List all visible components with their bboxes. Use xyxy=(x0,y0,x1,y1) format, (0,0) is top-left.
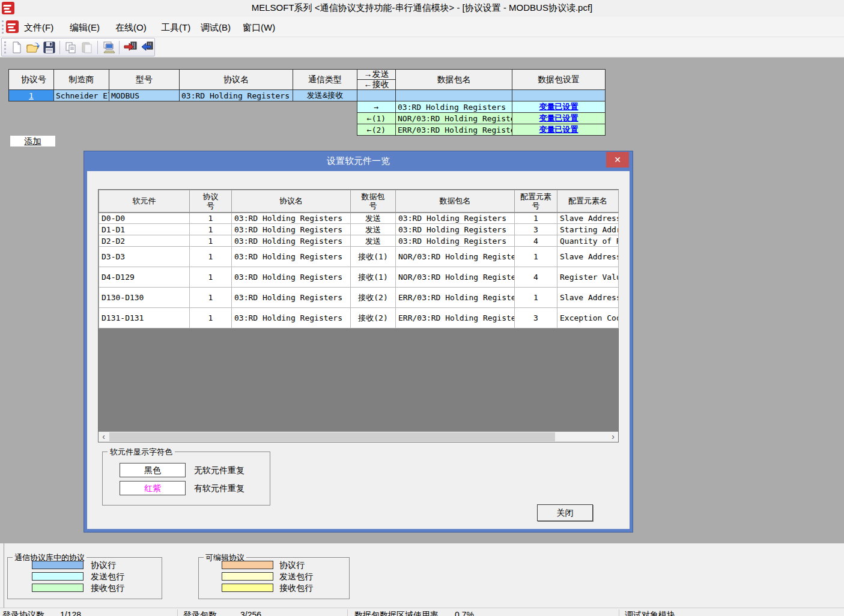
status-protocol-count-value: 1/128 xyxy=(60,610,81,616)
window-titlebar: MELSOFT系列 <通信协议支持功能-串行通信模块> - [协议设置 - MO… xyxy=(0,0,844,17)
toolbar-separator xyxy=(59,41,60,54)
col-packet-name: 数据包名 xyxy=(396,190,515,213)
black-color-button[interactable]: 黑色 xyxy=(120,463,186,477)
legend-label: 协议行 xyxy=(91,560,116,570)
protocol-row-protocol-name: 03:RD Holding Registers xyxy=(179,89,293,101)
paste-icon[interactable] xyxy=(79,40,94,55)
device-table: 软元件 协议号 协议名 数据包号 数据包名 配置元素号 配置元素名 D0-D0 … xyxy=(98,189,619,442)
window-title: MELSOFT系列 <通信协议支持功能-串行通信模块> - [协议设置 - MO… xyxy=(0,2,844,14)
status-usage-label: 数据包数据区域使用率 xyxy=(354,610,439,616)
element-name-cell: Slave Address xyxy=(557,288,619,308)
element-no-cell: 3 xyxy=(515,308,557,328)
col-protocol-name: 协议名 xyxy=(232,190,351,213)
device-cell: D1-D1 xyxy=(99,224,190,235)
add-protocol-button[interactable]: 添加 xyxy=(10,136,55,146)
scroll-left-icon[interactable]: ‹ xyxy=(99,432,109,442)
status-protocol-count-label: 登录协议数 xyxy=(2,610,44,616)
protocol-no-cell: 1 xyxy=(190,288,232,308)
element-name-cell: Exception Cod xyxy=(557,308,619,328)
element-name-cell: Starting Addr xyxy=(557,224,619,235)
status-separator xyxy=(177,609,178,616)
table-row: D130-D130 1 03:RD Holding Registers 接收(2… xyxy=(99,288,619,308)
toolbar-grip[interactable] xyxy=(4,41,6,53)
horizontal-scrollbar[interactable]: ‹ › xyxy=(99,432,618,442)
new-file-icon[interactable] xyxy=(9,40,24,55)
packet-row-direction: ←(2) xyxy=(357,124,396,136)
table-row: D131-D131 1 03:RD Holding Registers 接收(2… xyxy=(99,308,619,328)
dialog-titlebar[interactable]: 设置软元件一览 ✕ xyxy=(84,151,633,171)
packet-name-cell: NOR/03:RD Holding Registers xyxy=(396,247,515,267)
protocol-row-number-link[interactable]: 1 xyxy=(8,89,54,101)
close-icon[interactable]: ✕ xyxy=(606,152,629,168)
menu-edit[interactable]: 编辑(E) xyxy=(67,21,102,35)
menu-window[interactable]: 窗口(W) xyxy=(240,21,278,35)
magenta-color-button[interactable]: 红紫 xyxy=(120,481,186,495)
col-protocol-no: 协议号 xyxy=(190,190,232,213)
element-no-cell: 4 xyxy=(515,267,557,288)
scroll-right-icon[interactable]: › xyxy=(608,432,618,442)
status-separator xyxy=(347,609,348,616)
editable-send-row-swatch xyxy=(222,572,273,581)
col-header-packet-name: 数据包名 xyxy=(395,69,512,90)
packet-row-direction: ←(1) xyxy=(357,112,396,124)
save-icon[interactable] xyxy=(41,40,56,55)
packet-name-cell: 03:RD Holding Registers xyxy=(396,224,515,235)
status-bar: 登录协议数 1/128 登录包数 3/256 数据包数据区域使用率 0.7% 调… xyxy=(0,608,844,616)
application-window: MELSOFT系列 <通信协议支持功能-串行通信模块> - [协议设置 - MO… xyxy=(0,0,844,616)
device-cell: D131-D131 xyxy=(99,308,190,328)
status-separator xyxy=(619,609,619,616)
close-dialog-button[interactable]: 关闭 xyxy=(537,504,593,521)
write-to-module-icon[interactable] xyxy=(123,40,138,55)
packet-setting-link[interactable]: 变量已设置 xyxy=(512,112,606,124)
device-cell: D3-D3 xyxy=(99,247,190,267)
packet-setting-link[interactable]: 变量已设置 xyxy=(512,124,606,136)
status-packet-count-label: 登录包数 xyxy=(183,610,217,616)
status-packet-count-value: 3/256 xyxy=(240,610,261,616)
protocol-no-cell: 1 xyxy=(190,235,232,247)
col-header-comm-type: 通信类型 xyxy=(293,69,357,90)
col-header-direction: →发送 ←接收 xyxy=(357,69,396,90)
menubar-grip[interactable] xyxy=(2,20,4,34)
element-no-cell: 4 xyxy=(515,235,557,247)
copy-icon[interactable] xyxy=(63,40,78,55)
read-from-module-icon[interactable] xyxy=(139,40,154,55)
device-cell: D4-D129 xyxy=(99,267,190,288)
packet-row-name: 03:RD Holding Registers xyxy=(395,101,512,113)
protocol-row-packet-name-empty xyxy=(395,89,512,101)
device-cell: D0-D0 xyxy=(99,213,190,224)
dialog-title: 设置软元件一览 xyxy=(84,156,633,167)
menu-tools[interactable]: 工具(T) xyxy=(159,21,193,35)
menu-file[interactable]: 文件(F) xyxy=(22,21,56,35)
packet-name-cell: 03:RD Holding Registers xyxy=(396,213,515,224)
open-file-icon[interactable] xyxy=(25,40,40,55)
protocol-row-model: MODBUS xyxy=(109,89,180,101)
packet-setting-link[interactable]: 变量已设置 xyxy=(512,101,606,113)
toolbar xyxy=(1,38,155,56)
menu-debug[interactable]: 调试(B) xyxy=(198,21,233,35)
packet-cell: 发送 xyxy=(351,213,396,224)
element-name-cell: Quantity of R xyxy=(557,235,619,247)
col-header-receive: ←接收 xyxy=(357,80,395,89)
print-icon[interactable] xyxy=(101,40,116,55)
table-row: D0-D0 1 03:RD Holding Registers 发送 03:RD… xyxy=(99,213,619,224)
menu-bar: 文件(F) 编辑(E) 在线(O) 工具(T) 调试(B) 窗口(W) xyxy=(0,17,844,37)
device-color-group-title: 软元件显示字符色 xyxy=(108,447,175,457)
device-list-dialog: 设置软元件一览 ✕ 软元件 协议号 协议名 数据包号 数据包名 配置元素号 xyxy=(84,151,633,532)
col-element-name: 配置元素名 xyxy=(557,190,619,213)
col-header-packet-setting: 数据包设置 xyxy=(512,69,606,90)
col-header-send: →发送 xyxy=(357,70,395,80)
element-name-cell: Register Valu xyxy=(557,267,619,288)
device-table-header-row: 软元件 协议号 协议名 数据包号 数据包名 配置元素号 配置元素名 xyxy=(99,190,619,213)
table-row: D2-D2 1 03:RD Holding Registers 发送 03:RD… xyxy=(99,235,619,247)
legend-label: 协议行 xyxy=(279,560,305,570)
protocol-row-comm-type: 发送&接收 xyxy=(293,89,357,101)
element-no-cell: 1 xyxy=(515,288,557,308)
packet-cell: 接收(1) xyxy=(351,247,396,267)
melsoft-menu-icon xyxy=(6,20,19,33)
table-row: D3-D3 1 03:RD Holding Registers 接收(1) NO… xyxy=(99,247,619,267)
packet-cell: 接收(2) xyxy=(351,288,396,308)
col-header-protocol-name: 协议名 xyxy=(179,69,293,90)
scrollbar-thumb[interactable] xyxy=(109,432,555,441)
library-protocol-row-swatch xyxy=(32,561,83,569)
menu-online[interactable]: 在线(O) xyxy=(113,21,149,35)
